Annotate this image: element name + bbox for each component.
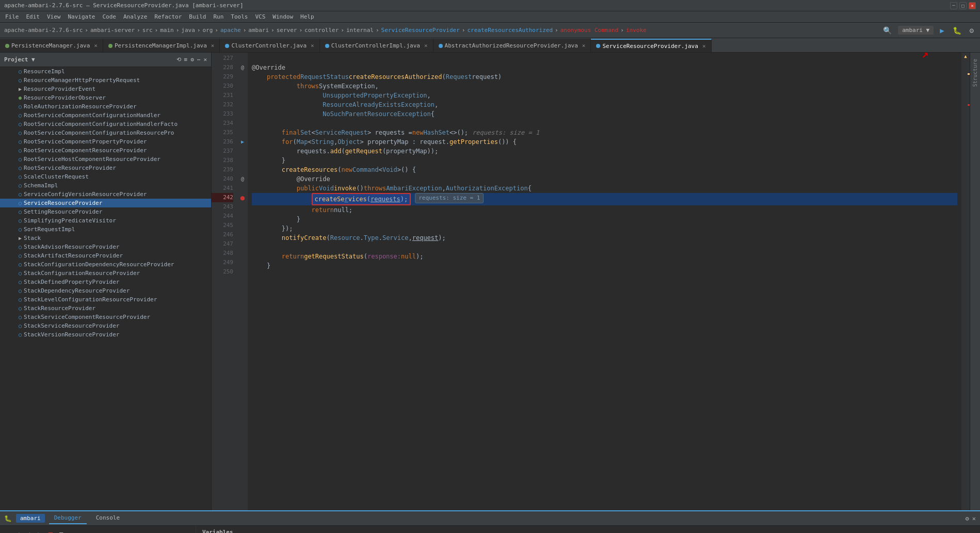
step-over-btn[interactable]: ↷ <box>4 529 12 533</box>
maximize-btn[interactable]: □ <box>959 2 967 9</box>
debug-settings-btn[interactable]: ⚙ <box>966 515 969 522</box>
sidebar-sync-btn[interactable]: ⟲ <box>176 56 181 63</box>
search-everywhere-btn[interactable]: 🔍 <box>881 25 894 36</box>
tree-item-stack-config[interactable]: ○ StackConfigurationResourceProvider <box>0 269 211 278</box>
tree-item-service-config-version[interactable]: ○ ServiceConfigVersionResourceProvider <box>0 190 211 199</box>
tree-item-service-resource-provider[interactable]: ○ ServiceResourceProvider <box>0 199 211 207</box>
title-bar-controls: ─ □ ✕ <box>950 2 976 9</box>
step-out-btn[interactable]: ↑ <box>25 529 34 533</box>
menu-build[interactable]: Build <box>186 12 209 21</box>
ambari-dropdown[interactable]: ambari ▼ <box>898 26 934 35</box>
run-btn[interactable]: ▶ <box>938 25 946 36</box>
tree-item-stack-dependency[interactable]: ○ StackDependencyResourceProvider <box>0 286 211 295</box>
breadcrumb-method[interactable]: createResourcesAuthorized <box>467 27 553 34</box>
tree-icon-arrow1: ▶ <box>19 86 22 92</box>
tree-item-stack-service[interactable]: ○ StackServiceResourceProvider <box>0 321 211 330</box>
menu-window[interactable]: Window <box>269 12 296 21</box>
tree-icon-circle15: ○ <box>19 200 22 206</box>
debug-close-btn[interactable]: ✕ <box>972 515 976 522</box>
tab-abstract-provider[interactable]: AbstractAuthorizedResourceProvider.java … <box>433 39 591 52</box>
tree-item-stack-defined[interactable]: ○ StackDefinedPropertyProvider <box>0 278 211 286</box>
stop-btn[interactable]: ■ <box>46 529 55 533</box>
tab-persistence-manager-impl[interactable]: PersistenceManagerImpl.java × <box>103 39 220 52</box>
breadcrumb-server[interactable]: server <box>277 27 297 34</box>
tree-item-simplifying-predicate[interactable]: ○ SimplifyingPredicateVisitor <box>0 216 211 225</box>
tree-item-stack-level-config[interactable]: ○ StackLevelConfigurationResourceProvide… <box>0 295 211 304</box>
breadcrumb-org[interactable]: org <box>202 27 213 34</box>
settings-btn[interactable]: ⚙ <box>968 25 976 36</box>
step-into-btn[interactable]: ↓ <box>14 529 23 533</box>
debug-btn[interactable]: 🐛 <box>951 25 963 36</box>
debug-icon: 🐛 <box>4 515 12 522</box>
menu-help[interactable]: Help <box>297 12 317 21</box>
tree-item-stack[interactable]: ▶ Stack <box>0 234 211 243</box>
tree-item-root-service-component-property[interactable]: ○ RootServiceComponentPropertyProvider <box>0 137 211 146</box>
breadcrumb-ambari[interactable]: ambari <box>248 27 269 34</box>
tree-item-stack-artifact[interactable]: ○ StackArtifactResourceProvider <box>0 251 211 260</box>
menu-navigate[interactable]: Navigate <box>65 12 99 21</box>
tree-item-stack-advisor[interactable]: ○ StackAdvisorResourceProvider <box>0 243 211 251</box>
menu-run[interactable]: Run <box>210 12 227 21</box>
sidebar-more-btn[interactable]: ⋯ <box>197 56 201 63</box>
tab-cluster-controller-impl[interactable]: ClusterControllerImpl.java × <box>320 39 433 52</box>
code-content[interactable]: @Override protected RequestStatus create… <box>248 53 961 510</box>
breadcrumb-anon-command[interactable]: anonymous Command <box>560 27 619 34</box>
breadcrumb-internal[interactable]: internal <box>346 27 374 34</box>
tree-item-role-auth[interactable]: ○ RoleAuthorizationResourceProvider <box>0 102 211 111</box>
menu-file[interactable]: File <box>2 12 22 21</box>
menu-view[interactable]: View <box>44 12 64 21</box>
breadcrumb-src[interactable]: src <box>142 27 153 34</box>
tree-item-root-service-host-component[interactable]: ○ RootServiceHostComponentResourceProvid… <box>0 155 211 164</box>
tree-item-root-service-handler-factory[interactable]: ○ RootServiceComponentConfigurationHandl… <box>0 120 211 128</box>
menu-edit[interactable]: Edit <box>23 12 43 21</box>
breadcrumb-java[interactable]: java <box>181 27 195 34</box>
debug-tab-console[interactable]: Console <box>91 512 125 524</box>
breadcrumb-invoke[interactable]: invoke <box>626 27 647 34</box>
tab-service-resource-provider[interactable]: ServiceResourceProvider.java × <box>591 39 711 52</box>
sidebar-hide-btn[interactable]: ✕ <box>203 56 207 63</box>
breadcrumb-module[interactable]: ambari-server <box>90 27 135 34</box>
breadcrumb-apache[interactable]: apache <box>220 27 241 34</box>
tree-item-stack-config-dep[interactable]: ○ StackConfigurationDependencyResourcePr… <box>0 260 211 269</box>
tree-item-resource-impl[interactable]: ○ ResourceImpl <box>0 67 211 76</box>
menu-refactor[interactable]: Refactor <box>151 12 185 21</box>
menu-analyze[interactable]: Analyze <box>120 12 150 21</box>
tree-item-stack-resource[interactable]: ○ StackResourceProvider <box>0 304 211 313</box>
minimize-btn[interactable]: ─ <box>950 2 957 9</box>
tree-item-resource-provider-event[interactable]: ▶ ResourceProviderEvent <box>0 85 211 93</box>
tab-dot-blue3 <box>439 44 443 48</box>
breadcrumb-project[interactable]: apache-ambari-2.7.6-src <box>4 27 83 34</box>
breadcrumb-class[interactable]: ServiceResourceProvider <box>381 27 460 34</box>
breadcrumb-main[interactable]: main <box>160 27 174 34</box>
breakpoint-icon[interactable]: ● <box>237 193 248 202</box>
sidebar-collapse-btn[interactable]: ≡ <box>184 56 188 63</box>
tree-item-scale-cluster[interactable]: ○ ScaleClusterRequest <box>0 172 211 181</box>
tree-icon-circle23: ○ <box>19 279 22 285</box>
close-btn[interactable]: ✕ <box>969 2 976 9</box>
tab-dot-blue1 <box>225 44 229 48</box>
menu-code[interactable]: Code <box>99 12 119 21</box>
tree-item-stack-service-component[interactable]: ○ StackServiceComponentResourceProvider <box>0 313 211 321</box>
tree-item-schema-impl[interactable]: ○ SchemaImpl <box>0 181 211 190</box>
tab-cluster-controller[interactable]: ClusterController.java × <box>220 39 319 52</box>
tree-item-root-service-handler[interactable]: ○ RootServiceComponentConfigurationHandl… <box>0 111 211 120</box>
filter-btn[interactable]: ⊟ <box>57 529 65 533</box>
tree-item-setting-resource[interactable]: ○ SettingResourceProvider <box>0 207 211 216</box>
menu-tools[interactable]: Tools <box>228 12 251 21</box>
tree-item-root-service-component-resource[interactable]: ○ RootServiceComponentResourceProvider <box>0 146 211 155</box>
tree-item-sort-request[interactable]: ○ SortRequestImpl <box>0 225 211 234</box>
tab-persistence-manager[interactable]: PersistenceManager.java × <box>0 39 103 52</box>
tree-item-root-service-config-resource[interactable]: ○ RootServiceComponentConfigurationResou… <box>0 128 211 137</box>
breadcrumb-controller[interactable]: controller <box>304 27 339 34</box>
menu-vcs[interactable]: VCS <box>252 12 268 21</box>
tree-icon-circle13: ○ <box>19 183 22 188</box>
tree-item-root-service-resource[interactable]: ○ RootServiceResourceProvider <box>0 164 211 172</box>
tree-item-resource-provider-observer[interactable]: ● ResourceProviderObserver <box>0 93 211 102</box>
resume-btn[interactable]: ▶ <box>36 529 44 533</box>
tree-item-stack-version[interactable]: ○ StackVersionResourceProvider <box>0 330 211 339</box>
more-btn[interactable]: ⋯ <box>68 529 76 533</box>
sidebar-gear-btn[interactable]: ⚙ <box>190 56 194 63</box>
tree-item-resource-manager-http[interactable]: ○ ResourceManagerHttpPropertyRequest <box>0 76 211 85</box>
variables-header: Variables <box>198 528 978 533</box>
debug-tab-debugger[interactable]: Debugger <box>49 512 87 524</box>
